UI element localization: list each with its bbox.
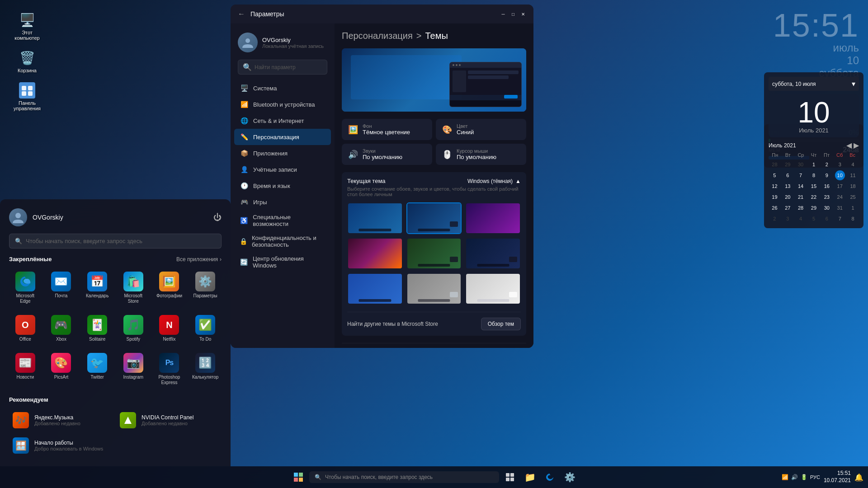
- cal-day[interactable]: 22: [809, 192, 819, 202]
- app-settings[interactable]: ⚙️ Параметры: [189, 268, 222, 308]
- nav-gaming[interactable]: 🎮 Игры: [234, 194, 331, 210]
- taskbar-settings[interactable]: ⚙️: [561, 468, 579, 486]
- cal-day[interactable]: 5: [809, 214, 819, 224]
- cal-day[interactable]: 14: [796, 181, 806, 191]
- cal-day[interactable]: 8: [809, 170, 819, 180]
- nav-bluetooth[interactable]: 📶 Bluetooth и устройства: [234, 96, 331, 113]
- cal-day[interactable]: 9: [822, 170, 832, 180]
- taskbar-file-explorer[interactable]: 📁: [521, 468, 539, 486]
- cal-day[interactable]: 12: [769, 181, 779, 191]
- minimize-button[interactable]: ─: [500, 11, 506, 17]
- calendar-header[interactable]: суббота, 10 июля ▾: [769, 77, 859, 91]
- meta-background[interactable]: 🖼️ Фон Тёмное цветение: [342, 119, 432, 140]
- desktop-icon-computer[interactable]: 🖥️ Этот компьютер: [9, 9, 45, 42]
- taskbar-edge[interactable]: [541, 468, 559, 486]
- cal-day-today[interactable]: 10: [835, 170, 845, 180]
- nav-apps[interactable]: 📦 Приложения: [234, 145, 331, 161]
- taskbar-battery-icon[interactable]: 🔋: [801, 474, 807, 480]
- cal-day[interactable]: 27: [783, 203, 793, 213]
- rec-nvidia[interactable]: NVIDIA Control Panel Добавлено недавно: [116, 408, 222, 432]
- cal-day[interactable]: 29: [783, 160, 793, 169]
- power-button[interactable]: ⏻: [213, 213, 222, 222]
- cal-day[interactable]: 30: [796, 160, 806, 169]
- cal-day[interactable]: 30: [822, 203, 832, 213]
- app-todo[interactable]: ✅ To Do: [189, 311, 222, 346]
- app-picsart[interactable]: 🎨 PicsArt: [45, 349, 78, 389]
- rec-yandex-music[interactable]: 🎶 Яндекс.Музыка Добавлено недавно: [9, 408, 114, 432]
- theme-thumb-7[interactable]: [347, 273, 403, 305]
- app-ps-express[interactable]: Ps Photoshop Express: [153, 349, 186, 389]
- cal-day[interactable]: 31: [835, 203, 845, 213]
- cal-day[interactable]: 4: [848, 160, 858, 169]
- cal-day[interactable]: 13: [783, 181, 793, 191]
- cal-day[interactable]: 24: [835, 192, 845, 202]
- desktop-icon-control-panel[interactable]: Панель управления: [9, 80, 45, 113]
- cal-day[interactable]: 1: [848, 203, 858, 213]
- app-xbox[interactable]: 🎮 Xbox: [45, 311, 78, 346]
- app-calc[interactable]: 🔢 Калькулятор: [189, 349, 222, 389]
- app-office[interactable]: O Office: [9, 311, 42, 346]
- cal-day[interactable]: 15: [809, 181, 819, 191]
- calendar-next-icon[interactable]: ▶: [854, 141, 859, 150]
- nav-privacy[interactable]: 🔒 Конфиденциальность и безопасность: [234, 231, 331, 252]
- nav-accessibility[interactable]: ♿ Специальные возможности: [234, 210, 331, 231]
- close-button[interactable]: ✕: [520, 11, 526, 17]
- all-apps-link[interactable]: Все приложения ›: [176, 256, 222, 263]
- breadcrumb-parent[interactable]: Персонализация: [342, 31, 413, 41]
- taskbar-notification-icon[interactable]: 🔔: [854, 473, 863, 482]
- app-photos[interactable]: 🖼️ Фотографии: [153, 268, 186, 308]
- theme-thumb-4[interactable]: [347, 238, 403, 269]
- meta-cursor[interactable]: 🖱️ Курсор мыши По умолчанию: [436, 144, 526, 165]
- cal-day[interactable]: 18: [848, 181, 858, 191]
- app-solitaire[interactable]: 🃏 Solitaire: [81, 311, 113, 346]
- cal-day[interactable]: 3: [835, 160, 845, 169]
- meta-sounds[interactable]: 🔊 Звуки По умолчанию: [342, 144, 432, 165]
- theme-thumb-5[interactable]: [406, 238, 462, 269]
- app-calendar[interactable]: 📅 Календарь: [81, 268, 113, 308]
- app-instagram[interactable]: 📷 Instagram: [117, 349, 150, 389]
- theme-thumb-2[interactable]: [406, 202, 462, 234]
- start-search-bar[interactable]: 🔍: [9, 234, 222, 249]
- maximize-button[interactable]: □: [510, 11, 516, 17]
- taskbar-search-bar[interactable]: 🔍 Чтобы начать поиск, введите запрос зде…: [309, 471, 499, 483]
- cal-day[interactable]: 11: [848, 170, 858, 180]
- theme-thumb-8[interactable]: [406, 273, 462, 305]
- cal-day[interactable]: 29: [809, 203, 819, 213]
- theme-dropdown[interactable]: Windows (тёмная) ▲: [467, 178, 521, 184]
- app-netflix[interactable]: N Netflix: [153, 311, 186, 346]
- cal-day[interactable]: 28: [769, 160, 779, 169]
- nav-update[interactable]: 🔄 Центр обновления Windows: [234, 252, 331, 272]
- theme-thumb-3[interactable]: [465, 202, 521, 234]
- nav-time[interactable]: 🕐 Время и язык: [234, 178, 331, 194]
- cal-day[interactable]: 4: [796, 214, 806, 224]
- theme-thumb-1[interactable]: [347, 202, 403, 234]
- cal-day[interactable]: 2: [822, 160, 832, 169]
- cal-day[interactable]: 23: [822, 192, 832, 202]
- app-twitter[interactable]: 🐦 Twitter: [81, 349, 113, 389]
- cal-day[interactable]: 8: [848, 214, 858, 224]
- nav-system[interactable]: 🖥️ Система: [234, 80, 331, 96]
- cal-day[interactable]: 1: [809, 160, 819, 169]
- cal-day[interactable]: 6: [783, 170, 793, 180]
- cal-day[interactable]: 5: [769, 170, 779, 180]
- start-search-input[interactable]: [26, 238, 216, 244]
- cal-day[interactable]: 28: [796, 203, 806, 213]
- theme-thumb-9[interactable]: [465, 273, 521, 305]
- settings-user-row[interactable]: OVGorskiy Локальная учётная запись: [234, 29, 331, 56]
- taskbar-clock[interactable]: 15:51 10.07.2021: [824, 470, 851, 484]
- theme-thumb-6[interactable]: [465, 238, 521, 269]
- nav-personalization[interactable]: ✏️ Персонализация: [234, 129, 331, 145]
- rec-startup[interactable]: 🪟 Начало работы Добро пожаловать в Windo…: [9, 434, 114, 457]
- cal-day[interactable]: 25: [848, 192, 858, 202]
- settings-search-input[interactable]: [255, 64, 322, 70]
- calendar-prev-icon[interactable]: ◀: [846, 141, 852, 150]
- app-store[interactable]: 🛍️ Microsoft Store: [117, 268, 150, 308]
- cal-day[interactable]: 16: [822, 181, 832, 191]
- app-edge[interactable]: Microsoft Edge: [9, 268, 42, 308]
- cal-day[interactable]: 3: [783, 214, 793, 224]
- nav-network[interactable]: 🌐 Сеть & и Интернет: [234, 113, 331, 129]
- taskbar-volume-icon[interactable]: 🔊: [791, 474, 798, 480]
- settings-search-bar[interactable]: 🔍: [238, 60, 327, 75]
- taskbar-start-button[interactable]: [289, 468, 307, 486]
- cal-day[interactable]: 2: [769, 214, 779, 224]
